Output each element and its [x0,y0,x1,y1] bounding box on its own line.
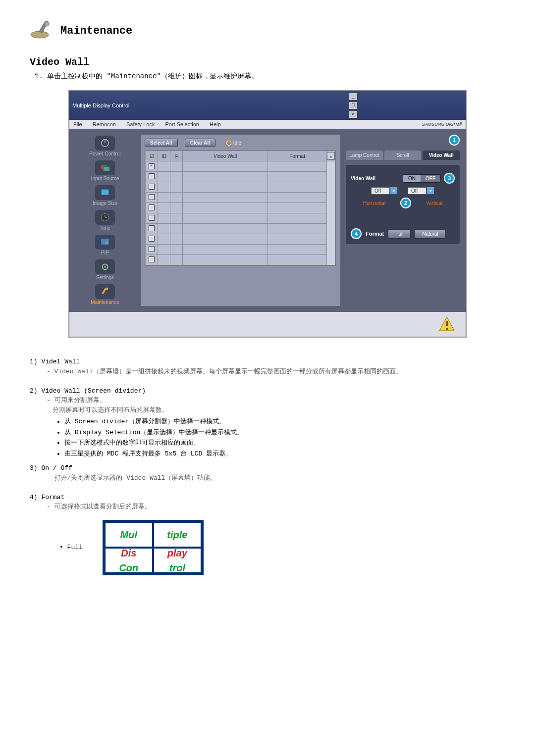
sidebar-pip[interactable]: PIP [75,234,135,256]
desc-3-title: 3) On / Off [30,463,505,473]
sidebar-label: Time [100,225,110,231]
svg-rect-7 [102,190,109,195]
scroll-up[interactable]: ▴ [327,151,335,161]
svg-rect-18 [446,321,448,326]
sidebar-label: Power Control [89,151,120,156]
sidebar-label: Image Size [93,201,117,206]
desc-4-body: - 可选择格式以查看分割后的屏幕。 [47,502,505,512]
row-checkbox[interactable] [149,184,155,190]
video-wall-panel: Video Wall ON OFF 3 Off▾ Off▾ Horizontal… [346,165,460,244]
display-grid: ☑ ID ⎘ Video Wall Format ▴ [145,150,336,266]
svg-point-2 [44,21,49,26]
sidebar-label: Settings [96,275,114,280]
sidebar-label: PIP [101,250,109,255]
callout-1: 1 [449,135,460,146]
callout-2: 2 [400,198,411,208]
desc-2-li: 由三星提供的 MDC 程序支持最多 5x5 台 LCD 显示器。 [64,449,505,459]
menu-safety-lock[interactable]: Safety Lock [126,121,155,127]
select-all-button[interactable]: Select All [145,139,178,147]
menu-file[interactable]: File [73,121,82,127]
app-window: Multiple Display Control _ □ × File Remo… [69,91,466,337]
panel-title: Video Wall [351,176,375,181]
desc-2-b: 分割屏幕时可以选择不同布局的屏幕数。 [53,405,505,415]
svg-point-14 [104,266,106,268]
format-full-figure: Mul tiple Dis Con play trol [103,520,204,575]
format-label: Format [366,231,384,237]
callout-4: 4 [351,228,362,239]
col-check[interactable]: ☑ [146,151,158,161]
app-title: Multiple Display Control [72,102,130,108]
tab-video-wall[interactable]: Video Wall [423,151,460,160]
horizontal-select[interactable]: Off▾ [371,187,398,195]
svg-rect-6 [103,166,109,171]
titlebar: Multiple Display Control _ □ × [69,91,466,120]
desc-2-li: 按一下所选模式中的数字即可显示相应的画面。 [64,438,505,448]
row-checkbox[interactable] [149,215,155,221]
toggle-off[interactable]: OFF [421,175,440,182]
sidebar-label: Input Source [91,176,119,181]
maximize-button[interactable]: □ [349,101,358,109]
desc-3-body: - 打开/关闭所选显示器的 Video Wall（屏幕墙）功能。 [47,473,505,483]
col-icon: ⎘ [170,151,183,161]
format-full-button[interactable]: Full [388,229,411,239]
right-tabs: Lamp Control Scroll Video Wall [346,151,460,160]
desc-1-title: 1) Videl Wall [30,357,505,367]
sidebar-time[interactable]: Time [75,209,135,232]
desc-1-body: - Video Wall（屏幕墙）是一组拼接起来的视频屏幕。每个屏幕显示一幅完整… [47,367,505,377]
format-natural-button[interactable]: Natural [415,229,445,239]
tab-scroll[interactable]: Scroll [384,151,422,160]
desc-4-title: 4) Format [30,493,505,503]
idle-indicator: Idle [226,140,241,146]
close-button[interactable]: × [349,110,358,118]
sidebar-label: Maintenance [91,300,119,305]
sidebar-maintenance[interactable]: Maintenance [75,283,135,306]
horizontal-label: Horizontal [363,201,385,206]
tab-lamp-control[interactable]: Lamp Control [346,151,383,160]
vertical-label: Vertical [426,201,442,206]
status-bar [69,312,466,337]
svg-rect-12 [105,241,108,244]
menu-port-selection[interactable]: Port Selection [165,121,199,127]
description: 1) Videl Wall - Video Wall（屏幕墙）是一组拼接起来的视… [30,357,505,575]
callout-3: 3 [444,173,455,184]
svg-point-0 [31,31,49,38]
svg-point-16 [106,288,108,291]
row-checkbox[interactable] [149,236,155,242]
brand-logo: SAMSUNG DIGITall [422,122,462,127]
sidebar-input-source[interactable]: Input Source [75,159,135,182]
row-checkbox[interactable] [149,204,155,210]
row-checkbox[interactable] [149,256,155,262]
col-format: Format [268,151,327,161]
page-heading: Maintenance [60,25,132,37]
vertical-select[interactable]: Off▾ [408,187,434,195]
right-panel: 1 Lamp Control Scroll Video Wall Video W… [346,135,460,306]
format-full-label: Full [67,544,83,551]
sidebar-power-control[interactable]: Power Control [75,135,135,157]
row-checkbox[interactable] [149,194,155,200]
desc-2-li: 从 Screen divider（屏幕分割器）中选择一种模式。 [64,417,505,427]
clear-all-button[interactable]: Clear All [185,139,215,147]
video-wall-toggle[interactable]: ON OFF [403,174,441,183]
step-1-text: 1. 单击主控制板中的 "Maintenance"（维护）图标，显示维护屏幕。 [35,72,505,81]
menubar: File Remocon Safety Lock Port Selection … [69,120,466,129]
minimize-button[interactable]: _ [349,93,358,101]
warning-icon [438,315,456,333]
center-panel: Select All Clear All Idle ☑ ID ⎘ Video W… [141,135,340,306]
sidebar: Power Control Input Source Image Size Ti… [75,135,135,306]
desc-2-title: 2) Video Wall (Screen divider) [30,386,505,396]
menu-help[interactable]: Help [210,121,221,127]
desc-2-a: - 可用来分割屏幕。 [47,396,505,405]
row-checkbox[interactable] [149,225,155,231]
desc-2-li: 从 Display Selection（显示选择）中选择一种显示模式。 [64,428,505,438]
row-checkbox[interactable] [149,173,155,179]
sidebar-image-size[interactable]: Image Size [75,184,135,207]
row-checkbox[interactable] [149,163,155,169]
col-id: ID [158,151,170,161]
col-video-wall: Video Wall [183,151,268,161]
maintenance-icon [30,20,54,42]
menu-remocon[interactable]: Remocon [93,121,116,127]
row-checkbox[interactable] [149,246,155,252]
svg-rect-19 [446,328,448,330]
sidebar-settings[interactable]: Settings [75,258,135,281]
toggle-on[interactable]: ON [403,175,421,182]
